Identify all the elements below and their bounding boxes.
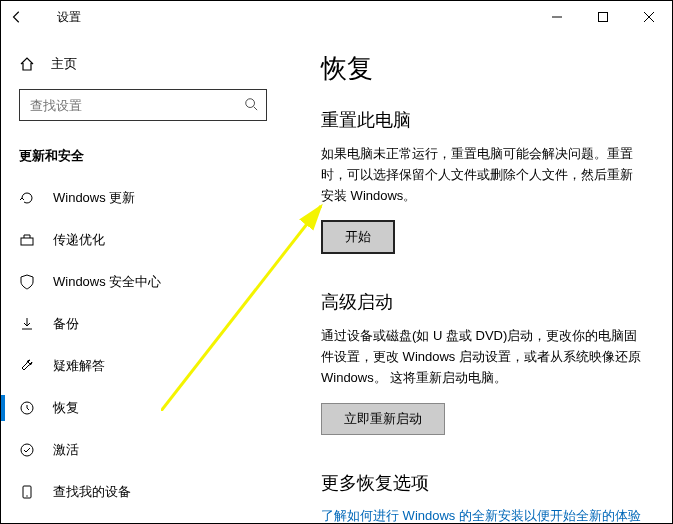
svg-rect-1: [599, 13, 608, 22]
activation-icon: [19, 442, 35, 458]
sidebar-item-activation[interactable]: 激活: [1, 429, 291, 471]
maximize-button[interactable]: [580, 1, 626, 33]
search-input[interactable]: [28, 97, 244, 114]
content: 恢复 重置此电脑 如果电脑未正常运行，重置电脑可能会解决问题。重置时，可以选择保…: [291, 33, 672, 524]
sidebar-item-find-my-device[interactable]: 查找我的设备: [1, 471, 291, 513]
sidebar-item-label: 疑难解答: [53, 357, 105, 375]
close-button[interactable]: [626, 1, 672, 33]
reset-description: 如果电脑未正常运行，重置电脑可能会解决问题。重置时，可以选择保留个人文件或删除个…: [321, 144, 642, 206]
window-title: 设置: [37, 9, 81, 26]
sidebar-section-header: 更新和安全: [1, 137, 291, 177]
more-options-heading: 更多恢复选项: [321, 471, 642, 495]
sidebar: 主页 更新和安全 Windows 更新 传递优化: [1, 33, 291, 524]
titlebar: 设置: [1, 1, 672, 33]
home-icon: [19, 56, 35, 72]
sidebar-item-windows-update[interactable]: Windows 更新: [1, 177, 291, 219]
shield-icon: [19, 274, 35, 290]
sidebar-item-delivery-optimization[interactable]: 传递优化: [1, 219, 291, 261]
sidebar-home-label: 主页: [51, 55, 77, 73]
find-device-icon: [19, 484, 35, 500]
advanced-heading: 高级启动: [321, 290, 642, 314]
sidebar-item-label: 恢复: [53, 399, 79, 417]
recovery-icon: [19, 400, 35, 416]
svg-point-10: [26, 495, 27, 496]
sidebar-item-backup[interactable]: 备份: [1, 303, 291, 345]
sidebar-item-label: 查找我的设备: [53, 483, 131, 501]
sidebar-item-label: Windows 更新: [53, 189, 135, 207]
sidebar-item-label: Windows 安全中心: [53, 273, 161, 291]
sidebar-item-recovery[interactable]: 恢复: [1, 387, 291, 429]
restart-now-button[interactable]: 立即重新启动: [321, 403, 445, 435]
svg-point-4: [246, 98, 255, 107]
delivery-icon: [19, 232, 35, 248]
search-input-wrap[interactable]: [19, 89, 267, 121]
troubleshoot-icon: [19, 358, 35, 374]
reset-heading: 重置此电脑: [321, 108, 642, 132]
svg-rect-6: [21, 238, 33, 245]
reset-start-button[interactable]: 开始: [321, 220, 395, 254]
svg-line-5: [254, 106, 258, 110]
minimize-button[interactable]: [534, 1, 580, 33]
fresh-install-link[interactable]: 了解如何进行 Windows 的全新安装以便开始全新的体验: [321, 508, 641, 523]
sidebar-home[interactable]: 主页: [1, 47, 291, 81]
advanced-description: 通过设备或磁盘(如 U 盘或 DVD)启动，更改你的电脑固件设置，更改 Wind…: [321, 326, 642, 388]
backup-icon: [19, 316, 35, 332]
sidebar-item-label: 备份: [53, 315, 79, 333]
back-button[interactable]: [5, 5, 29, 29]
page-title: 恢复: [321, 51, 642, 86]
update-icon: [19, 190, 35, 206]
sidebar-item-troubleshoot[interactable]: 疑难解答: [1, 345, 291, 387]
sidebar-item-label: 传递优化: [53, 231, 105, 249]
svg-point-8: [21, 444, 33, 456]
sidebar-item-windows-security[interactable]: Windows 安全中心: [1, 261, 291, 303]
sidebar-item-label: 激活: [53, 441, 79, 459]
search-icon: [244, 97, 258, 114]
